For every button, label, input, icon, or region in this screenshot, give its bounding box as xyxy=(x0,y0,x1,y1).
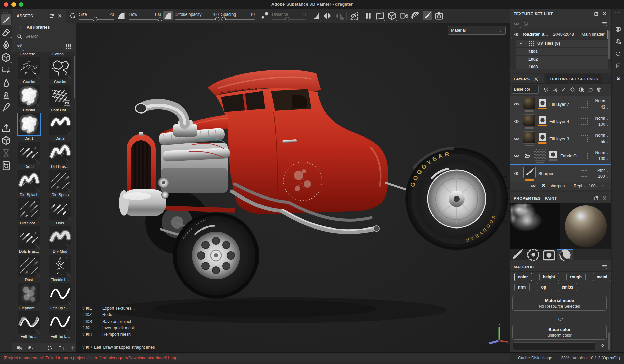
asset-thumbnail[interactable] xyxy=(18,57,40,79)
shader-settings-icon[interactable] xyxy=(613,36,623,47)
close-icon[interactable] xyxy=(600,10,608,18)
texture-set-row-selected[interactable]: roadster_a...2048x2048Main shader xyxy=(511,30,608,39)
asset-thumbnail[interactable] xyxy=(49,57,71,79)
circle-one-icon[interactable]: 1 xyxy=(522,20,530,28)
import-assets-icon[interactable] xyxy=(27,344,35,352)
slider-handle[interactable] xyxy=(93,17,97,21)
pressure-toggle[interactable] xyxy=(116,11,126,20)
material-picker-tool[interactable] xyxy=(1,102,11,113)
popout-icon[interactable] xyxy=(592,194,600,202)
slider-stroke-opacity[interactable]: Stroke opacity100 xyxy=(175,10,219,22)
symmetry-icon[interactable] xyxy=(323,11,332,20)
asset-item[interactable]: Dust xyxy=(15,255,44,283)
slider-size[interactable]: Size20 xyxy=(79,10,114,22)
asset-thumbnail[interactable]: Ps xyxy=(49,85,71,107)
popout-icon[interactable] xyxy=(48,12,56,20)
material-mode-button[interactable]: Material mode No Resource Selected xyxy=(512,296,607,311)
asset-item[interactable]: Cracks xyxy=(15,57,44,85)
mask-thumbnail[interactable] xyxy=(539,133,546,141)
asset-thumbnail[interactable] xyxy=(49,283,71,305)
uv-tile-row[interactable]: 1002 xyxy=(516,56,608,63)
history-icon[interactable] xyxy=(613,49,623,59)
asset-thumbnail[interactable] xyxy=(49,170,71,192)
asset-item[interactable]: Dirt 3 xyxy=(15,142,44,170)
asset-thumbnail[interactable] xyxy=(18,170,40,192)
asset-item[interactable]: Dirt 1 xyxy=(15,113,44,142)
delete-layer-icon[interactable] xyxy=(595,85,603,93)
material-sphere-preview[interactable] xyxy=(560,203,611,249)
asset-thumbnail[interactable] xyxy=(18,283,40,305)
eyedropper-icon[interactable] xyxy=(598,342,606,350)
falloff-curve-icon[interactable] xyxy=(311,11,320,20)
clone-tool[interactable] xyxy=(1,89,11,100)
close-icon[interactable] xyxy=(56,12,64,20)
polygon-fill-tool[interactable] xyxy=(1,64,11,75)
display-settings-icon[interactable] xyxy=(613,24,623,34)
blend-mode[interactable]: Norm⌄ xyxy=(595,116,609,121)
close-icon[interactable] xyxy=(532,75,540,83)
fill-layer-thumbnail[interactable] xyxy=(523,114,535,126)
panel-grip[interactable] xyxy=(3,11,9,13)
mask-thumbnail[interactable] xyxy=(539,116,546,124)
resources-updater-button[interactable] xyxy=(1,160,11,171)
asset-item[interactable]: Dirt 2 xyxy=(46,113,75,142)
filter-rows-icon[interactable] xyxy=(600,20,608,28)
asset-item[interactable]: Fetl Tip L... xyxy=(46,311,75,340)
fill-layer-thumbnail[interactable] xyxy=(523,131,535,144)
brush-preset-icon[interactable] xyxy=(69,12,77,20)
eye-icon[interactable] xyxy=(512,152,520,160)
group-thumbnail[interactable] xyxy=(534,149,546,161)
layer-row[interactable]: Fill layer 7Norm⌄43⌄ xyxy=(510,96,611,113)
alpha-tab-tab[interactable] xyxy=(525,249,541,260)
asset-thumbnail[interactable] xyxy=(18,255,40,277)
new-folder-icon[interactable] xyxy=(57,344,65,352)
pending-tasks-indicator[interactable] xyxy=(1,148,11,158)
channel-rough-button[interactable]: rough xyxy=(566,273,586,281)
blend-mode[interactable]: Norm⌄ xyxy=(595,133,609,138)
eye-icon[interactable] xyxy=(512,117,520,125)
asset-thumbnail[interactable] xyxy=(18,198,40,220)
add-effect-icon[interactable] xyxy=(542,85,550,93)
add-group-icon[interactable] xyxy=(586,85,594,93)
screenshot-icon[interactable] xyxy=(434,11,444,20)
asset-item[interactable]: PsDark Hat... xyxy=(46,85,75,113)
channel-height-button[interactable]: height xyxy=(539,273,559,281)
eye-icon[interactable] xyxy=(512,134,520,143)
asset-item[interactable]: Electric L... xyxy=(46,255,75,283)
assets-scrollbar[interactable] xyxy=(74,56,75,98)
popout-icon[interactable] xyxy=(592,10,600,18)
asset-thumbnail[interactable] xyxy=(49,226,71,249)
hot-rod-3d-model[interactable]: GOODYEAR GOODYEAR xyxy=(76,23,510,352)
asset-item[interactable]: Felt Tip ... xyxy=(15,311,44,340)
channel-emiss-button[interactable]: emiss xyxy=(558,283,577,291)
projection-tool[interactable] xyxy=(1,39,11,50)
asset-item[interactable]: Dots Eras... xyxy=(15,226,44,255)
stencil-tab-tab[interactable] xyxy=(541,249,557,260)
filter-rows-icon[interactable] xyxy=(600,263,608,271)
layer-row[interactable]: SharpenPthr⌄100⌄ xyxy=(510,165,611,182)
add-paint-layer-icon[interactable] xyxy=(560,85,568,93)
navigation-gizmo[interactable]: Y x xyxy=(486,321,510,348)
asset-item[interactable]: Felt Tip S... xyxy=(46,283,75,311)
eye-icon[interactable] xyxy=(513,30,521,38)
opacity-value[interactable]: 100⌄ xyxy=(598,156,609,161)
add-fill-layer-icon[interactable] xyxy=(568,85,576,93)
slider-handle[interactable] xyxy=(215,17,220,21)
opacity-value[interactable]: 43⌄ xyxy=(601,105,609,110)
all-libraries-row[interactable]: All libraries xyxy=(12,23,76,32)
asset-item[interactable]: Dirt Splash xyxy=(15,170,44,198)
tab-texture-set-settings[interactable]: TEXTURE SET SETTINGS xyxy=(546,74,602,83)
view-2d-icon[interactable] xyxy=(375,11,385,20)
mask-thumbnail[interactable] xyxy=(549,151,557,158)
funnel-filter-icon[interactable] xyxy=(15,42,23,51)
eraser-tool[interactable] xyxy=(1,27,11,38)
asset-thumbnail[interactable] xyxy=(18,226,40,249)
log-icon[interactable] xyxy=(613,61,623,71)
grid9-icon[interactable] xyxy=(64,42,73,51)
refresh-assets-icon[interactable] xyxy=(46,344,54,352)
asset-item[interactable]: Elephant ... xyxy=(15,283,44,311)
asset-item[interactable]: Dirt Spot... xyxy=(15,198,44,226)
slider-handle[interactable] xyxy=(285,17,290,21)
bake-button[interactable] xyxy=(1,135,11,146)
material-tab-tab[interactable] xyxy=(557,249,573,260)
